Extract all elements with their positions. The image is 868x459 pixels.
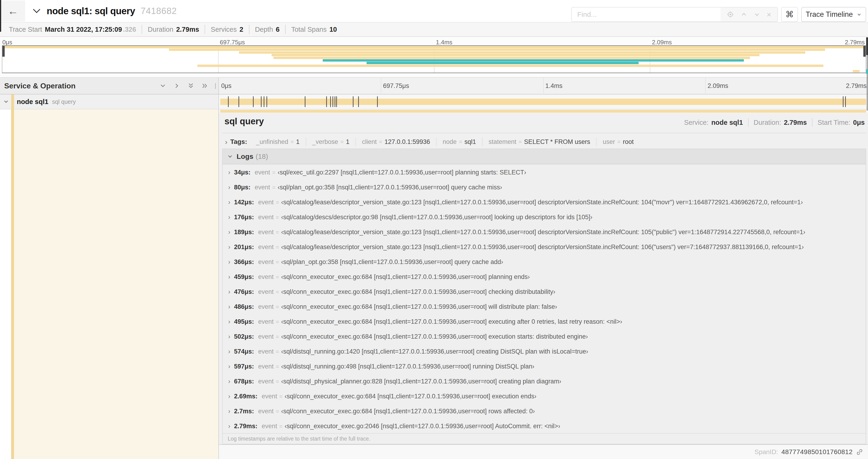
trace-view-select[interactable]: Trace Timeline (801, 7, 866, 22)
span-log-markers (220, 96, 866, 107)
meta-duration-value: 2.79ms (784, 119, 807, 126)
service-operation-header: Service & Operation (0, 78, 218, 94)
minimap-span-bar (2, 46, 866, 48)
log-expander-icon[interactable]: › (228, 199, 230, 206)
vertical-scrollbar-track[interactable] (867, 55, 868, 110)
log-row[interactable]: ›2.7ms:event=‹sql/conn_executor_exec.go:… (223, 403, 866, 418)
clear-find-icon[interactable]: × (767, 10, 771, 19)
log-expander-icon[interactable]: › (228, 393, 230, 400)
log-row[interactable]: ›366μs:event=‹sql/plan_opt.go:358 [nsql1… (223, 254, 866, 269)
minimap-right-drag-handle[interactable] (863, 46, 866, 57)
logs-collapse-icon[interactable] (227, 154, 233, 159)
log-marker (353, 96, 353, 107)
tag-equals: = (379, 139, 382, 145)
logs-header[interactable]: Logs (18) (223, 149, 866, 164)
total-spans-item: Total Spans 10 (285, 25, 343, 34)
log-timestamp: 574μs: (234, 348, 254, 355)
minimap-span-bar (853, 70, 860, 72)
log-field-value: ‹sql/plan_opt.go:358 [nsql1,client=127.0… (281, 259, 503, 265)
log-row[interactable]: ›189μs:event=‹sql/catalog/lease/descript… (223, 224, 866, 239)
log-equals: = (276, 303, 279, 310)
log-expander-icon[interactable]: › (228, 333, 230, 340)
log-row[interactable]: ›597μs:event=‹sql/distsql_running.go:498… (223, 358, 866, 373)
log-row[interactable]: ›176μs:event=‹sql/catalog/descs/descript… (223, 209, 866, 224)
log-expander-icon[interactable]: › (228, 363, 230, 370)
span-collapse-icon[interactable] (3, 99, 9, 104)
collapse-one-icon[interactable] (160, 83, 166, 89)
back-arrow-icon: ← (8, 5, 19, 17)
back-button[interactable]: ← (1, 0, 25, 22)
ruler-tick-label: 2.79ms (846, 78, 867, 94)
log-row[interactable]: ›459μs:event=‹sql/conn_executor_exec.go:… (223, 269, 866, 284)
expand-all-icon[interactable] (202, 83, 208, 89)
log-row[interactable]: ›502μs:event=‹sql/conn_executor_exec.go:… (223, 329, 866, 343)
trace-title: node sql1: sql query (46, 6, 135, 16)
log-field-value: ‹sql/distsql_physical_planner.go:828 [ns… (281, 378, 561, 385)
scrollbar-span-mark (866, 69, 868, 74)
log-row[interactable]: ›80μs:event=‹sql/plan_opt.go:358 [nsql1,… (223, 179, 866, 194)
log-field-value: ‹sql/catalog/lease/descriptor_version_st… (281, 229, 805, 236)
log-marker (330, 96, 331, 107)
ruler-tick-label: 0μs (2, 39, 12, 46)
selected-span-subrow (219, 109, 868, 113)
link-icon[interactable] (856, 448, 863, 456)
log-expander-icon[interactable]: › (228, 303, 230, 310)
log-row[interactable]: ›574μs:event=‹sql/distsql_running.go:142… (223, 343, 866, 358)
expand-one-icon[interactable] (174, 83, 180, 89)
vertical-scrollbar-thumb[interactable] (866, 37, 868, 55)
log-row[interactable]: ›2.79ms:event=‹sql/conn_executor_exec.go… (223, 418, 866, 433)
log-marker (228, 96, 229, 107)
log-row[interactable]: ›201μs:event=‹sql/catalog/lease/descript… (223, 239, 866, 254)
log-row[interactable]: ›34μs:event=‹sql/exec_util.go:2297 [nsql… (223, 164, 866, 179)
log-field-key: event (258, 408, 274, 415)
minimap-ruler: 0μs697.75μs1.4ms2.09ms2.79ms (2, 39, 866, 45)
span-bar-track[interactable] (219, 94, 868, 109)
log-equals: = (276, 408, 279, 415)
trace-collapse-icon[interactable] (32, 8, 41, 14)
log-expander-icon[interactable]: › (228, 229, 230, 236)
collapse-all-icon[interactable] (188, 83, 194, 89)
log-row[interactable]: ›476μs:event=‹sql/conn_executor_exec.go:… (223, 284, 866, 299)
log-timestamp: 189μs: (234, 229, 254, 236)
tags-expander-icon[interactable]: › (225, 138, 227, 145)
log-row[interactable]: ›678μs:event=‹sql/distsql_physical_plann… (223, 373, 866, 388)
minimap-canvas[interactable] (2, 45, 866, 73)
tag-item-node: node=sql1 (436, 138, 482, 146)
log-expander-icon[interactable]: › (228, 318, 230, 325)
tag-item-_unfinished: _unfinished=1 (250, 138, 306, 146)
log-expander-icon[interactable]: › (228, 423, 230, 430)
tag-key: _verbose (312, 138, 338, 145)
keyboard-shortcuts-button[interactable]: ⌘ (781, 7, 798, 22)
minimap-left-drag-handle[interactable] (2, 46, 5, 57)
log-timestamp: 597μs: (234, 363, 254, 370)
window-edge (0, 0, 1, 32)
log-row[interactable]: ›142μs:event=‹sql/catalog/lease/descript… (223, 194, 866, 209)
locate-icon[interactable] (726, 11, 734, 18)
prev-match-icon[interactable] (740, 11, 747, 18)
tag-value: root (623, 138, 634, 145)
tags-accordion[interactable]: › Tags: _unfinished=1_verbose=1client=12… (222, 135, 640, 148)
log-expander-icon[interactable]: › (228, 408, 230, 415)
service-operation-title: Service & Operation (4, 81, 160, 90)
log-row[interactable]: ›486μs:event=‹sql/conn_executor_exec.go:… (223, 299, 866, 314)
log-expander-icon[interactable]: › (228, 214, 230, 221)
log-expander-icon[interactable]: › (228, 244, 230, 251)
trace-start-label: Trace Start (9, 26, 42, 33)
log-expander-icon[interactable]: › (228, 289, 230, 295)
find-input[interactable] (572, 7, 720, 22)
log-expander-icon[interactable]: › (228, 259, 230, 265)
span-row[interactable]: node sql1 sql query (0, 94, 868, 109)
header-title-group: node sql1: sql query 7418682 (32, 0, 177, 22)
log-row[interactable]: ›2.69ms:event=‹sql/conn_executor_exec.go… (223, 388, 866, 403)
log-field-value: ‹sql/conn_executor_exec.go:684 [nsql1,cl… (281, 303, 557, 310)
timeline-ruler: 0μs697.75μs1.4ms2.09ms2.79ms (219, 78, 868, 94)
log-expander-icon[interactable]: › (228, 169, 230, 176)
log-expander-icon[interactable]: › (228, 273, 230, 280)
log-expander-icon[interactable]: › (228, 184, 230, 191)
ruler-tick-label: 1.4ms (545, 78, 563, 94)
log-row[interactable]: ›495μs:event=‹sql/conn_executor_exec.go:… (223, 314, 866, 329)
next-match-icon[interactable] (753, 11, 761, 18)
log-expander-icon[interactable]: › (228, 378, 230, 385)
span-row-label[interactable]: node sql1 sql query (0, 94, 218, 109)
log-expander-icon[interactable]: › (228, 348, 230, 355)
